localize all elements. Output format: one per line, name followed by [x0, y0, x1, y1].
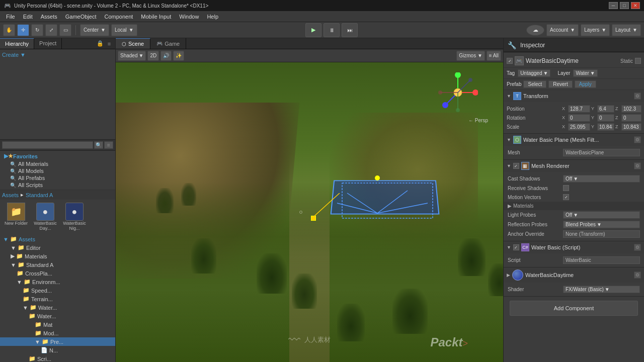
tab-project[interactable]: Project [34, 38, 62, 49]
obj-enabled-checkbox[interactable] [507, 58, 513, 64]
menu-file[interactable]: File [2, 13, 19, 21]
mr-settings-btn[interactable]: ⚙ [634, 162, 641, 169]
material-header[interactable]: ▶ WaterBasicDaytime ⚙ [504, 267, 644, 283]
mesh-renderer-header[interactable]: ▼ ▦ Mesh Renderer ⚙ [504, 160, 644, 172]
scale-tool[interactable]: ⤢ [45, 24, 57, 36]
rotate-tool[interactable]: ↻ [31, 24, 43, 36]
pos-z-input[interactable] [621, 105, 641, 113]
scale-x-input[interactable] [568, 123, 590, 131]
pause-button[interactable]: ⏸ [324, 23, 340, 37]
tree-editor[interactable]: ▼ 📁 Editor [0, 243, 115, 252]
water-script-header[interactable]: ▼ C# Water Basic (Script) ⚙ [504, 241, 644, 253]
step-button[interactable]: ⏭ [342, 23, 358, 37]
prefab-select-btn[interactable]: Select [523, 80, 546, 88]
hand-tool[interactable]: ✋ [3, 24, 15, 36]
receive-shadows-checkbox[interactable] [563, 185, 569, 191]
layers-filter[interactable]: ≡ All [487, 51, 501, 61]
close-btn[interactable]: ✕ [631, 2, 640, 9]
breadcrumb-assets[interactable]: Assets [2, 192, 19, 198]
account-dropdown[interactable]: Account ▼ [546, 24, 579, 36]
fx-btn[interactable]: ✨ [173, 51, 184, 61]
materials-section[interactable]: ▶ Materials [504, 202, 644, 210]
tree-mod[interactable]: 📁 Mod... [0, 329, 115, 337]
audio-btn[interactable]: 🔊 [160, 51, 172, 61]
tree-assets[interactable]: ▼ 📁 Assets [0, 235, 115, 243]
menu-mobile-input[interactable]: Mobile Input [137, 13, 175, 21]
hier-create[interactable]: Create ▼ [0, 51, 115, 58]
gizmo-axes[interactable] [438, 72, 478, 114]
transform-header[interactable]: ▼ T Transform ⚙ [504, 90, 644, 102]
search-options[interactable]: ≡ [104, 141, 113, 149]
menu-help[interactable]: Help [203, 13, 222, 21]
asset-water-basic-day[interactable]: ● WaterBasicDay... [31, 202, 59, 232]
rect-tool[interactable]: ▭ [59, 24, 71, 36]
asset-new-folder[interactable]: 📁 New Folder [2, 202, 30, 232]
layer-dropdown[interactable]: Water ▼ [573, 69, 597, 77]
lock-btn[interactable]: 🔒 [96, 40, 104, 48]
space-dropdown[interactable]: Local ▼ [111, 24, 137, 36]
fav-all-prefabs[interactable]: 🔍 All Prefabs [0, 174, 115, 182]
mode-dropdown[interactable]: 2D [147, 51, 159, 61]
tree-terrain[interactable]: 📁 Terrain... [0, 295, 115, 303]
shading-dropdown[interactable]: Shaded ▼ [118, 51, 146, 61]
transform-settings-btn[interactable]: ⚙ [634, 93, 641, 100]
static-checkbox[interactable] [635, 58, 641, 64]
tree-speed[interactable]: 📁 Speed... [0, 286, 115, 295]
motion-vectors-checkbox[interactable] [563, 194, 569, 200]
shader-dropdown[interactable]: FX/Water (Basic) ▼ [563, 286, 640, 293]
layers-dropdown[interactable]: Layers ▼ [581, 24, 610, 36]
mesh-filter-header[interactable]: ▼ ⬡ Water Basic Plane (Mesh Filt... ⚙ [504, 134, 644, 146]
tree-pre[interactable]: ▼ 📁 Pre... [0, 337, 115, 346]
minimize-btn[interactable]: ─ [609, 2, 618, 9]
obj-name[interactable]: WaterBasicDaytime [526, 57, 618, 64]
anchor-override-value[interactable]: None (Transform) [563, 230, 640, 238]
tree-scripts[interactable]: 📁 Scri... [0, 354, 115, 362]
search-button[interactable]: 🔍 [94, 141, 103, 149]
tree-crossplatform[interactable]: 📁 CrossPla... [0, 269, 115, 278]
misc-dropdown[interactable]: Gizmos ▼ [456, 51, 485, 61]
ws-settings-btn[interactable]: ⚙ [634, 244, 641, 251]
scene-tab[interactable]: ⬡ Scene [116, 38, 150, 49]
maximize-btn[interactable]: □ [620, 2, 629, 9]
menu-assets[interactable]: Assets [37, 13, 61, 21]
light-probes-dropdown[interactable]: Off ▼ [563, 211, 640, 219]
favorites-header[interactable]: ▶ ★ Favorites [0, 152, 115, 160]
tree-mat[interactable]: 📁 Mat [0, 320, 115, 329]
prefab-revert-btn[interactable]: Revert [548, 80, 572, 88]
rot-x-input[interactable] [568, 114, 590, 122]
add-component-button[interactable]: Add Component [510, 301, 638, 316]
tree-water2[interactable]: 📁 Water... [0, 312, 115, 320]
cloud-button[interactable]: ☁ [526, 25, 544, 36]
scale-z-input[interactable] [621, 123, 641, 131]
project-search-input[interactable] [2, 141, 93, 149]
menu-window[interactable]: Window [175, 13, 203, 21]
scale-y-input[interactable] [597, 123, 614, 131]
tree-n[interactable]: 📄 N... [0, 346, 115, 354]
mesh-value[interactable]: WaterBasicPlane [563, 149, 640, 156]
tree-environment[interactable]: ▼ 📁 Environm... [0, 278, 115, 286]
breadcrumb-standard[interactable]: Standard A [26, 192, 53, 198]
menu-component[interactable]: Component [100, 13, 137, 21]
mf-settings-btn[interactable]: ⚙ [634, 136, 641, 143]
mat-settings-btn[interactable]: ⚙ [634, 272, 641, 279]
play-button[interactable]: ▶ [305, 23, 321, 37]
pivot-dropdown[interactable]: Center ▼ [80, 24, 109, 36]
fav-all-materials[interactable]: 🔍 All Materials [0, 160, 115, 167]
scene-view[interactable]: ← Persp 〰 人人素材 Packt> [116, 62, 503, 362]
inspector-tab-label[interactable]: Inspector [520, 42, 545, 49]
menu-btn[interactable]: ≡ [105, 40, 113, 48]
layout-dropdown[interactable]: Layout ▼ [612, 24, 641, 36]
rot-z-input[interactable] [621, 114, 641, 122]
script-value[interactable]: WaterBasic [563, 256, 640, 264]
rot-y-input[interactable] [597, 114, 614, 122]
ws-enabled[interactable] [513, 244, 519, 250]
cast-shadows-dropdown[interactable]: Off ▼ [563, 175, 640, 183]
move-tool[interactable]: ✛ [17, 24, 29, 36]
tag-dropdown[interactable]: Untagged ▼ [518, 69, 550, 77]
mr-enabled[interactable] [513, 163, 519, 169]
reflection-probes-dropdown[interactable]: Blend Probes ▼ [563, 221, 640, 228]
tree-standard[interactable]: ▼ 📁 Standard A [0, 260, 115, 269]
pos-y-input[interactable] [597, 105, 614, 113]
pos-x-input[interactable] [568, 105, 590, 113]
menu-edit[interactable]: Edit [19, 13, 37, 21]
